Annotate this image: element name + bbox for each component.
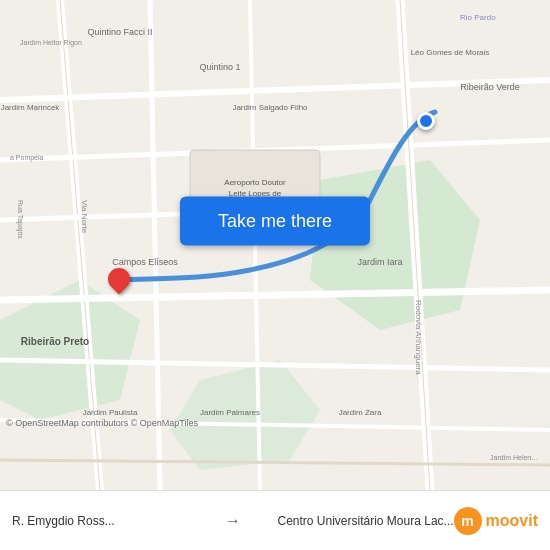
moovit-logo-text: moovit [486,512,538,530]
arrow-right-icon: → [225,512,241,530]
moovit-logo-icon: m [454,507,482,535]
route-path [0,0,550,490]
map-container: Aeroporto Doutor Leite Lopes de Ribeirão… [0,0,550,490]
take-me-there-button[interactable]: Take me there [180,196,370,245]
moovit-logo: m moovit [454,507,538,535]
origin-label: R. Emygdio Ross... [12,514,115,528]
origin-section: R. Emygdio Ross... [12,514,225,528]
bottom-bar: R. Emygdio Ross... → Centro Universitári… [0,490,550,550]
destination-section: Centro Universitário Moura Lac... [241,514,454,528]
destination-label: Centro Universitário Moura Lac... [277,514,453,528]
origin-pin-body [103,263,134,294]
destination-marker [417,112,435,130]
origin-marker [108,268,130,290]
